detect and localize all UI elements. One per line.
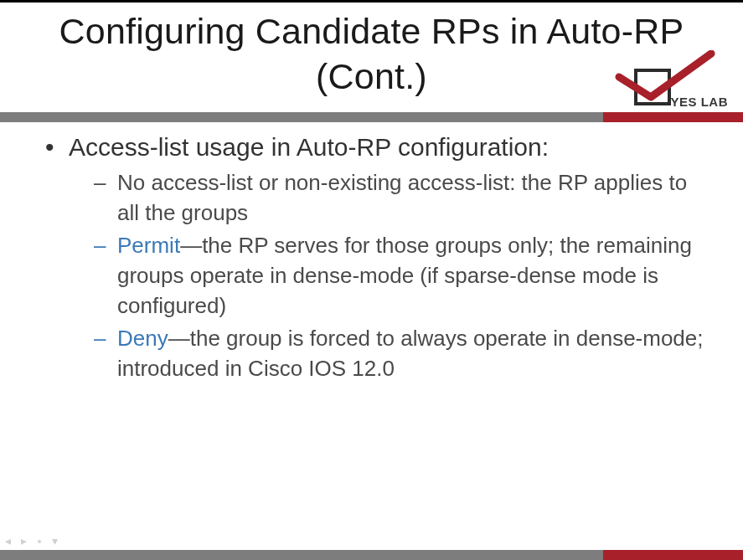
sub-bullet-1: Permit—the RP serves for those groups on… — [94, 230, 709, 321]
bullet-main: Access-list usage in Auto-RP configurati… — [40, 131, 709, 383]
bullet-list-lvl2: No access-list or non-existing access-li… — [69, 167, 709, 383]
top-rule — [0, 0, 743, 3]
sub-bullet-0-text: No access-list or non-existing access-li… — [117, 170, 687, 225]
sub-bullet-1-text: —the RP serves for those groups only; th… — [117, 233, 692, 318]
header-divider — [0, 112, 743, 122]
slide-body: Access-list usage in Auto-RP configurati… — [40, 131, 709, 388]
footer-divider — [0, 550, 743, 560]
bullet-main-text: Access-list usage in Auto-RP configurati… — [69, 133, 549, 161]
bullet-list-lvl1: Access-list usage in Auto-RP configurati… — [40, 131, 709, 383]
sub-bullet-2-text: —the group is forced to always operate i… — [117, 326, 704, 381]
keyword-deny: Deny — [117, 326, 168, 351]
footer-grey — [0, 550, 603, 560]
divider-red — [603, 112, 743, 122]
logo-text: YES LAB — [670, 95, 728, 109]
title-line-1: Configuring Candidate RPs in Auto-RP — [59, 11, 684, 51]
sub-bullet-0: No access-list or non-existing access-li… — [94, 167, 709, 228]
title-line-2: (Cont.) — [316, 56, 427, 96]
divider-grey — [0, 112, 603, 122]
sub-bullet-2: Deny—the group is forced to always opera… — [94, 323, 709, 383]
slide: Configuring Candidate RPs in Auto-RP (Co… — [0, 0, 743, 560]
footer-red — [603, 550, 743, 560]
keyword-permit: Permit — [117, 233, 180, 258]
footer-nav-hints: ◂ ▸ ⭑ ▾ — [5, 534, 61, 548]
yes-lab-logo: YES LAB — [602, 50, 728, 109]
